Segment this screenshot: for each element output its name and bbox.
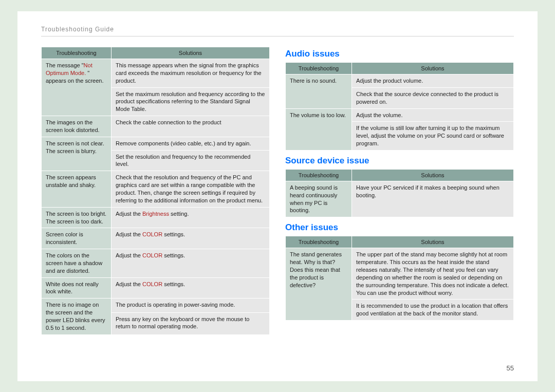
solution-cell: Adjust the volume. (352, 109, 513, 122)
two-column-layout: Troubleshooting Solutions The message "N… (41, 47, 514, 340)
solution-cell: The product is operating in power-saving… (112, 298, 269, 312)
solution-cell: Check that the source device connected t… (352, 88, 513, 108)
th-troubleshooting: Troubleshooting (286, 236, 351, 248)
solution-cell: Remove components (video cable, etc.) an… (112, 137, 269, 150)
document-page: Troubleshooting Guide Troubleshooting So… (17, 11, 538, 381)
table-row: The screen is too bright. The screen is … (42, 208, 269, 228)
page-header-title: Troubleshooting Guide (41, 26, 514, 36)
th-troubleshooting: Troubleshooting (42, 47, 111, 59)
troubleshooting-cell: Screen color is inconsistent. (42, 228, 111, 249)
th-solutions: Solutions (352, 63, 513, 74)
solution-cell: Adjust the Brightness setting. (112, 208, 269, 228)
troubleshooting-cell: White does not really look white. (42, 278, 111, 298)
th-solutions: Solutions (112, 47, 269, 59)
troubleshooting-cell: The screen appears unstable and shaky. (42, 171, 111, 207)
table-row: There is no image on the screen and the … (42, 298, 269, 312)
table-row: The images on the screen look distorted.… (42, 116, 269, 137)
section-title: Other issues (285, 222, 514, 233)
solution-cell: Check that the resolution and frequency … (112, 171, 269, 207)
th-troubleshooting: Troubleshooting (286, 63, 351, 74)
th-solutions: Solutions (352, 170, 513, 181)
troubleshooting-cell: The screen is not clear. The screen is b… (42, 137, 111, 171)
solution-cell: Adjust the COLOR settings. (112, 278, 269, 298)
troubleshooting-table: TroubleshootingSolutionsThere is no soun… (285, 62, 514, 151)
solution-cell: Set the resolution and frequency to the … (112, 151, 269, 171)
section-title: Audio issues (285, 49, 514, 59)
solution-cell: Adjust the COLOR settings. (112, 249, 269, 277)
table-row: The colors on the screen have a shadow a… (42, 249, 269, 277)
solution-cell: It is recommended to use the product in … (352, 300, 513, 320)
section-title: Source device issue (285, 156, 514, 166)
table-row: The stand generates heat. Why is that? D… (286, 248, 513, 299)
solution-cell: The upper part of the stand may become s… (352, 248, 513, 299)
troubleshooting-cell: The message "Not Optimum Mode. " appears… (42, 59, 111, 116)
solution-cell: Press any key on the keyboard or move th… (112, 313, 269, 334)
troubleshooting-cell: There is no sound. (286, 74, 351, 108)
table-row: The message "Not Optimum Mode. " appears… (42, 59, 269, 87)
table-row: A beeping sound is heard continuously wh… (286, 181, 513, 217)
solution-cell: Adjust the COLOR settings. (112, 228, 269, 249)
solution-cell: This message appears when the signal fro… (112, 59, 269, 87)
troubleshooting-cell: There is no image on the screen and the … (42, 298, 111, 334)
table-row: Screen color is inconsistent.Adjust the … (42, 228, 269, 249)
troubleshooting-table: TroubleshootingSolutionsThe stand genera… (285, 236, 514, 321)
table-row: There is no sound.Adjust the product vol… (286, 74, 513, 87)
troubleshooting-cell: The stand generates heat. Why is that? D… (286, 248, 351, 320)
troubleshooting-cell: A beeping sound is heard continuously wh… (286, 181, 351, 217)
th-solutions: Solutions (352, 236, 513, 248)
troubleshooting-cell: The images on the screen look distorted. (42, 116, 111, 137)
th-troubleshooting: Troubleshooting (286, 170, 351, 181)
table-row: The screen is not clear. The screen is b… (42, 137, 269, 150)
troubleshooting-cell: The colors on the screen have a shadow a… (42, 249, 111, 277)
solution-cell: Check the cable connection to the produc… (112, 116, 269, 137)
solution-cell: Adjust the product volume. (352, 74, 513, 87)
right-column: Audio issuesTroubleshootingSolutionsTher… (285, 47, 514, 340)
troubleshooting-cell: The screen is too bright. The screen is … (42, 208, 111, 228)
troubleshooting-table: TroubleshootingSolutionsA beeping sound … (285, 169, 514, 217)
solution-cell: If the volume is still low after turning… (352, 122, 513, 150)
table-row: The volume is too low.Adjust the volume. (286, 109, 513, 122)
page-number: 55 (507, 364, 514, 372)
troubleshooting-cell: The volume is too low. (286, 109, 351, 150)
left-column: Troubleshooting Solutions The message "N… (41, 47, 270, 340)
troubleshooting-table-screen: Troubleshooting Solutions The message "N… (41, 47, 270, 335)
solution-cell: Have your PC serviced if it makes a beep… (352, 181, 513, 217)
solution-cell: Set the maximum resolution and frequency… (112, 88, 269, 116)
table-row: White does not really look white.Adjust … (42, 278, 269, 298)
